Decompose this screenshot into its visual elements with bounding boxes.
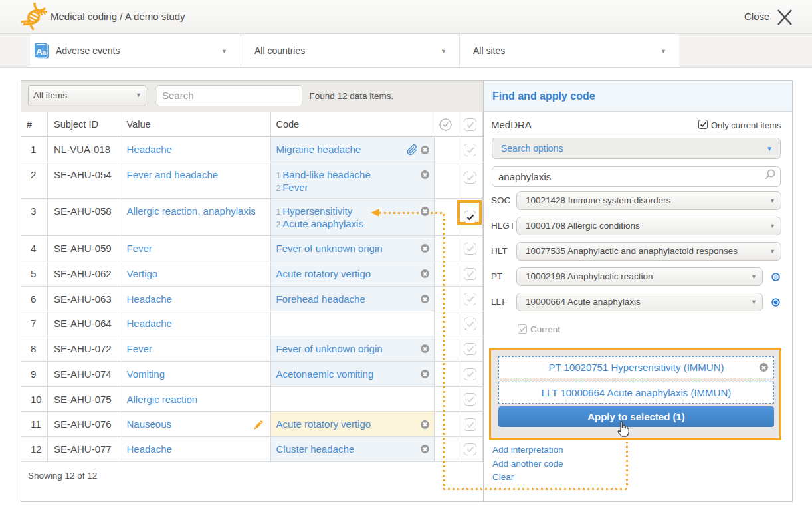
svg-text:a: a — [42, 48, 46, 56]
